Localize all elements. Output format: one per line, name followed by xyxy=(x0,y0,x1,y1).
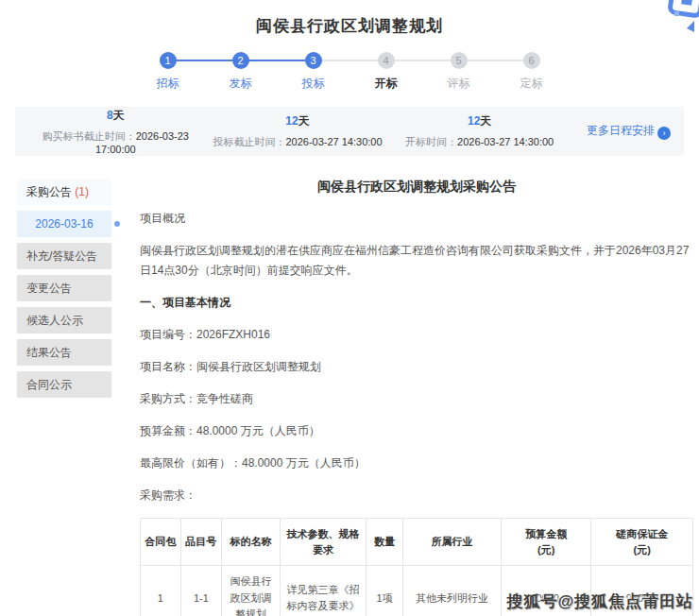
active-dot-icon xyxy=(114,221,120,227)
sidebar-item-date[interactable]: 2026-03-16 xyxy=(17,211,111,237)
schedule-buy-deadline: 8天 购买标书截止时间：2026-03-23 17:00:00 xyxy=(25,108,207,155)
announcement-body: 闽侯县行政区划调整规划采购公告 项目概况 闽侯县行政区划调整规划的潜在供应商应在… xyxy=(140,179,693,616)
step-toubiao: 3 投标 xyxy=(277,52,350,92)
cell-item-number: 1-1 xyxy=(180,566,221,616)
col-header: 品目号 xyxy=(180,519,221,566)
schedule-value: 2026-03-27 14:30:00 xyxy=(457,136,554,147)
announcement-title: 闽侯县行政区划调整规划采购公告 xyxy=(140,179,693,196)
step-label: 招标 xyxy=(131,76,204,92)
sidebar-item-jieguo[interactable]: 结果公告 xyxy=(17,339,111,366)
col-header: 合同包 xyxy=(141,519,181,566)
cell-subject-name: 闽侯县行政区划调整规划 xyxy=(221,566,280,616)
col-header: 预算金额 (元) xyxy=(501,519,590,566)
schedule-bid-deadline: 12天 投标截止时间：2026-03-27 14:30:00 xyxy=(207,113,389,149)
more-schedule-link[interactable]: 更多日程安排› xyxy=(571,123,674,140)
step-number-badge: 4 xyxy=(378,52,395,69)
announcement-sidebar: 采购公告 (1) 2026-03-16 补充/答疑公告 变更公告 候选人公示 结… xyxy=(17,179,111,616)
sidebar-item-biangeng[interactable]: 变更公告 xyxy=(17,275,111,301)
col-header: 所属行业 xyxy=(402,519,501,566)
step-kaibiao: 4 开标 xyxy=(350,52,422,92)
col-header: 标的名称 xyxy=(221,519,280,566)
step-number-badge: 2 xyxy=(232,52,249,69)
cell-deposit: 9600.0 xyxy=(591,566,693,616)
schedule-label: 开标时间： xyxy=(405,136,457,147)
col-header: 数量 xyxy=(367,519,403,566)
sidebar-item-caigou-gonggao[interactable]: 采购公告 (1) xyxy=(17,179,111,205)
col-header: 技术参数、规格要求 xyxy=(280,519,366,566)
schedule-label: 购买标书截止时间： xyxy=(43,130,136,142)
step-fabiao: 2 发标 xyxy=(204,52,277,92)
step-number-badge: 3 xyxy=(305,52,322,69)
schedule-bar: 8天 购买标书截止时间：2026-03-23 17:00:00 12天 投标截止… xyxy=(15,107,684,156)
table-row: 1 1-1 闽侯县行政区划调整规划 详见第三章《招标内容及要求》 1项 其他未列… xyxy=(141,566,693,616)
arrow-right-icon: › xyxy=(657,127,671,140)
page-header: 闽侯县行政区划调整规划 xyxy=(0,0,699,37)
procurement-table: 合同包 品目号 标的名称 技术参数、规格要求 数量 所属行业 预算金额 (元) … xyxy=(140,518,693,616)
section1-heading: 一、项目基本情况 xyxy=(140,293,693,313)
cell-budget: 480000.0 xyxy=(501,566,590,616)
schedule-open-time: 12天 开标时间：2026-03-27 14:30:00 xyxy=(388,113,571,149)
step-label: 开标 xyxy=(350,76,422,92)
step-label: 定标 xyxy=(495,76,568,92)
cell-industry: 其他未列明行业 xyxy=(402,566,501,616)
step-label: 评标 xyxy=(422,76,495,92)
sidebar-item-hetong[interactable]: 合同公示 xyxy=(17,371,111,398)
days-remaining: 8天 xyxy=(25,108,207,124)
sidebar-item-houxuanren[interactable]: 候选人公示 xyxy=(17,307,111,334)
schedule-value: 2026-03-27 14:30:00 xyxy=(285,136,382,147)
qr-logo-icon xyxy=(656,0,699,40)
days-remaining: 12天 xyxy=(207,113,389,129)
cell-quantity: 1项 xyxy=(367,566,403,616)
project-number-row: 项目编号：2026FZXH016 xyxy=(140,325,693,345)
step-zhaobiao: 1 招标 xyxy=(131,52,204,92)
demand-heading: 采购需求： xyxy=(140,486,693,505)
sidebar-item-buchong-dayi[interactable]: 补充/答疑公告 xyxy=(17,243,111,269)
step-number-badge: 5 xyxy=(451,52,468,69)
col-header: 磋商保证金 (元) xyxy=(591,519,693,566)
step-dingbiao: 6 定标 xyxy=(495,52,568,92)
budget-row: 预算金额：48.0000 万元（人民币） xyxy=(140,421,693,441)
schedule-label: 投标截止时间： xyxy=(213,136,285,147)
overview-heading: 项目概况 xyxy=(140,209,693,229)
step-number-badge: 1 xyxy=(160,52,177,69)
announcement-count-badge: (1) xyxy=(75,185,89,198)
project-name-row: 项目名称：闽侯县行政区划调整规划 xyxy=(140,357,693,377)
cell-tech-params: 详见第三章《招标内容及要求》 xyxy=(280,566,366,616)
step-label: 发标 xyxy=(204,76,277,92)
max-price-row: 最高限价（如有）：48.0000 万元（人民币） xyxy=(140,453,693,473)
table-header-row: 合同包 品目号 标的名称 技术参数、规格要求 数量 所属行业 预算金额 (元) … xyxy=(141,519,693,566)
procurement-method-row: 采购方式：竞争性磋商 xyxy=(140,389,693,409)
page-title: 闽侯县行政区划调整规划 xyxy=(0,15,699,37)
step-pingbiao: 5 评标 xyxy=(422,52,495,92)
progress-stepper: 1 招标 2 发标 3 投标 4 开标 5 评标 6 定标 xyxy=(131,52,568,92)
overview-text: 闽侯县行政区划调整规划的潜在供应商应在福州信豪工程造价咨询有限公司获取采购文件，… xyxy=(140,241,693,281)
step-number-badge: 6 xyxy=(523,52,540,69)
days-remaining: 12天 xyxy=(388,113,571,129)
cell-contract-package: 1 xyxy=(141,566,181,616)
step-label: 投标 xyxy=(277,76,350,92)
